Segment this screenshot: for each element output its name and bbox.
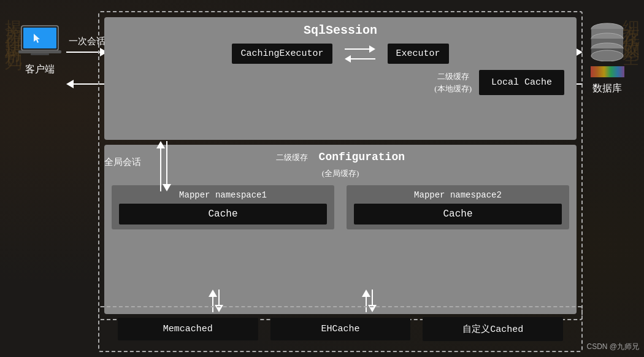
- executor-box: Executor: [388, 44, 449, 64]
- session-section: SqlSession CachingExecutor Executor: [104, 17, 577, 140]
- config-cn-label: 二级缓存: [276, 153, 308, 162]
- svg-point-11: [591, 50, 623, 61]
- mapper2-title: Mapper namespace2: [414, 190, 502, 200]
- mapper2-cache: Cache: [354, 204, 562, 225]
- level1-label: 二级缓存 (本地缓存): [434, 71, 472, 94]
- mapper1-box: Mapper namespace1 Cache: [112, 185, 334, 229]
- vert-arrows-left-up: [156, 141, 165, 191]
- database-area: 数据库: [589, 21, 626, 95]
- mapper-row: Mapper namespace1 Cache Mapper namespace…: [112, 185, 569, 229]
- laptop-icon: [18, 25, 61, 58]
- config-section: 二级缓存 Configuration (全局缓存) Mapper namespa…: [104, 145, 577, 314]
- svg-rect-3: [18, 50, 61, 53]
- client-label: 客户端: [25, 63, 55, 76]
- executor-arrows: [345, 45, 375, 63]
- mapper1-title: Mapper namespace1: [179, 190, 267, 200]
- client-area: 客户端: [18, 25, 61, 76]
- memcached-box: Memcached: [118, 318, 258, 340]
- local-cache-row: 二级缓存 (本地缓存) Local Cache: [112, 70, 569, 95]
- local-cache-box: Local Cache: [479, 70, 564, 95]
- db-colorbar: [591, 66, 624, 77]
- bottom-section: Memcached EHCache 自定义Cached: [98, 306, 583, 352]
- config-subtitle: (全局缓存): [112, 168, 569, 179]
- mapper1-cache: Cache: [119, 204, 327, 225]
- ehcache-box: EHCache: [270, 318, 411, 340]
- svg-rect-4: [31, 53, 49, 55]
- database-icon: [589, 21, 626, 61]
- mapper2-box: Mapper namespace2 Cache: [347, 185, 569, 229]
- caching-executor-box: CachingExecutor: [232, 44, 332, 64]
- config-header: 二级缓存 Configuration: [112, 151, 569, 163]
- csdn-watermark: CSDN @九师兄: [586, 342, 639, 352]
- svg-rect-1: [23, 28, 56, 48]
- db-label: 数据库: [592, 82, 622, 95]
- custom-cache-box: 自定义Cached: [423, 317, 563, 341]
- executor-row: CachingExecutor Executor: [112, 44, 569, 64]
- session-title: SqlSession: [112, 23, 569, 37]
- global-label: 全局会话: [104, 156, 141, 168]
- config-en-label: Configuration: [319, 151, 405, 163]
